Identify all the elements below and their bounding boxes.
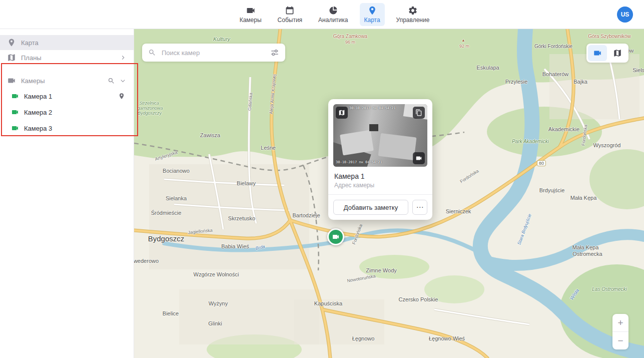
add-note-button[interactable]: Добавить заметку: [333, 200, 408, 215]
camera-name: Камера 2: [24, 109, 52, 116]
tab-label: Управление: [396, 17, 430, 24]
zoom-in-button[interactable]: +: [612, 314, 628, 331]
map-icon: [338, 109, 345, 116]
open-stream-button[interactable]: [413, 152, 425, 164]
cameras-layer-button[interactable]: [588, 45, 607, 61]
map-pin-icon: [7, 38, 16, 47]
camera-preview[interactable]: 30-10-2017 пн 04:54:21 30-10-2017 пн 04:…: [333, 104, 427, 167]
more-options-button[interactable]: ⋯: [412, 200, 427, 215]
camera-icon: [415, 155, 422, 162]
camera-list-item-1[interactable]: Камера 1: [0, 88, 134, 104]
location-pin-icon[interactable]: [118, 93, 125, 100]
tab-map[interactable]: Карта: [360, 3, 385, 26]
camera-name: Камера 3: [24, 125, 52, 132]
camera-popup: 30-10-2017 пн 04:54:21 30-10-2017 пн 04:…: [328, 99, 432, 220]
camera-icon: [593, 49, 602, 58]
sidebar-item-label: Карта: [21, 39, 39, 47]
timestamp-overlay: 30-10-2017 пн 04:54:21: [349, 106, 396, 110]
gear-icon: [408, 6, 418, 16]
copy-icon: [415, 109, 422, 116]
show-on-plan-button[interactable]: [336, 107, 348, 119]
cameras-group-icon: [7, 76, 16, 85]
search-icon[interactable]: [108, 77, 115, 85]
events-icon: [285, 6, 295, 16]
search-icon: [148, 49, 156, 57]
tab-events[interactable]: События: [273, 3, 307, 26]
sidebar-group-label: Камеры: [21, 77, 45, 85]
sidebar-item-label: Планы: [21, 54, 42, 62]
tab-label: Карта: [364, 17, 380, 24]
divider: [328, 194, 432, 195]
camera-icon: [11, 108, 19, 116]
preview-shape: [378, 133, 416, 160]
popup-camera-address: Адрес камеры: [334, 182, 426, 189]
camera-icon: [11, 124, 19, 132]
sidebar-item-map[interactable]: Карта: [0, 35, 134, 50]
camera-list-item-2[interactable]: Камера 2: [0, 104, 134, 120]
search-input[interactable]: [161, 49, 266, 57]
sidebar-group-cameras[interactable]: Камеры: [0, 73, 134, 88]
top-bar: Камеры События Аналитика Карта Управлени…: [0, 0, 644, 29]
tab-management[interactable]: Управление: [392, 3, 434, 26]
tab-cameras[interactable]: Камеры: [235, 3, 266, 26]
camera-list-item-3[interactable]: Камера 3: [0, 120, 134, 136]
tab-label: Камеры: [240, 17, 262, 24]
map-layer-button[interactable]: [608, 45, 627, 61]
tab-analytics[interactable]: Аналитика: [314, 3, 352, 26]
copy-view-button[interactable]: [413, 107, 425, 119]
camera-name: Камера 1: [24, 93, 52, 100]
camera-map-marker[interactable]: [327, 228, 344, 245]
sidebar-item-plans[interactable]: Планы: [0, 50, 134, 65]
main-nav: Камеры События Аналитика Карта Управлени…: [235, 3, 434, 26]
camera-icon: [246, 6, 256, 16]
timestamp-overlay: 30-10-2017 пн 04:54:21: [336, 160, 382, 164]
map-pin-icon: [367, 6, 377, 16]
zoom-out-button[interactable]: −: [612, 331, 628, 349]
analytics-icon: [328, 6, 338, 16]
filter-icon[interactable]: [270, 48, 279, 57]
chevron-down-icon[interactable]: [119, 77, 127, 85]
map-icon: [613, 49, 622, 58]
sidebar: Карта Планы Камеры Камера 1 Камера 2 К: [0, 29, 134, 358]
map-area: Kultury▲Góra Zamkowa96 m▲92 mGóra Szybow…: [134, 29, 644, 358]
map-icon: [7, 53, 16, 62]
tab-label: Аналитика: [318, 17, 348, 24]
map-mode-toggle: [586, 44, 628, 63]
preview-shape: [369, 124, 378, 131]
camera-search-bar: [142, 44, 285, 62]
preview-shape: [340, 130, 374, 155]
zoom-controls: + −: [612, 314, 628, 349]
popup-camera-name: Камера 1: [334, 172, 426, 180]
camera-icon: [11, 92, 19, 100]
chevron-right-icon: [120, 54, 127, 61]
user-avatar[interactable]: US: [617, 7, 633, 23]
tab-label: События: [278, 17, 303, 24]
camera-icon: [332, 233, 340, 241]
